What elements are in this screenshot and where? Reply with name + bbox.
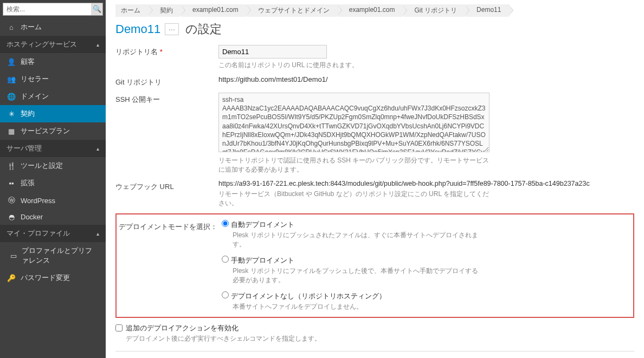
user-icon: 👤 (7, 58, 16, 66)
nav-profile-prefs[interactable]: ▭プロファイルとプリファレンス (0, 242, 106, 269)
globe-icon: 🌐 (7, 93, 16, 101)
nav-label: Docker (21, 213, 43, 221)
docker-icon: ◓ (7, 213, 16, 221)
title-menu-button[interactable]: ··· (165, 23, 179, 35)
main-content: ホーム契約example01.comウェブサイトとドメインexample01.c… (106, 0, 644, 358)
home-icon: ⌂ (7, 23, 16, 31)
tools-icon: 🍴 (7, 162, 16, 170)
list-icon: ▦ (7, 127, 16, 135)
breadcrumb-item[interactable]: example01.com (182, 4, 246, 17)
nav-home[interactable]: ⌂ホーム (0, 18, 106, 36)
nav-label: パスワード変更 (21, 273, 70, 283)
repo-name-input[interactable] (218, 45, 327, 58)
deploy-mode-box: デプロイメントモードを選択： 自動デプロイメント Plesk リポジトリにプッシ… (115, 213, 634, 318)
breadcrumb: ホーム契約example01.comウェブサイトとドメインexample01.c… (115, 4, 634, 17)
nav-label: ホーム (21, 22, 42, 32)
breadcrumb-item[interactable]: Git リポジトリ (403, 4, 465, 17)
deploy-none-radio[interactable]: デプロイメントなし（リポジトリホスティング） (222, 292, 386, 300)
nav-change-password[interactable]: 🔑パスワード変更 (0, 269, 106, 287)
nav-label: ドメイン (21, 92, 49, 101)
nav-customers[interactable]: 👤顧客 (0, 53, 106, 70)
nav-label: ツールと設定 (21, 161, 63, 171)
nav-contracts[interactable]: ✳契約 (0, 105, 106, 122)
ssh-label: SSH 公開キー (115, 93, 218, 105)
search-box: 🔍 (3, 3, 103, 16)
nav-wordpress[interactable]: ⓦWordPress (0, 192, 106, 209)
nav-domains[interactable]: 🌐ドメイン (0, 88, 106, 105)
deploy-manual-help: Plesk リポジトリにファイルをプッシュした後で、本番サイトへ手動でデプロイす… (233, 266, 482, 285)
webhook-label: ウェブフック URL (115, 180, 218, 192)
search-icon[interactable]: 🔍 (91, 3, 102, 15)
deploy-auto-help: Plesk リポジトリにプッシュされたファイルは、すぐに本番サイトへデプロイされ… (233, 231, 482, 249)
deploy-label: デプロイメントモードを選択： (119, 220, 222, 232)
nav-section-profile[interactable]: マイ・プロファイル▴ (0, 225, 106, 242)
separator (115, 351, 634, 352)
extra-actions-label: 追加のデプロイアクションを有効化 (126, 323, 321, 333)
nav-label: WordPress (21, 197, 55, 205)
grid-icon: ▪▪ (7, 179, 16, 187)
page-title: Demo11 ··· の設定 (115, 21, 634, 37)
breadcrumb-item[interactable]: 契約 (149, 4, 181, 17)
chevron-up-icon: ▴ (96, 231, 99, 237)
nav-tools-settings[interactable]: 🍴ツールと設定 (0, 157, 106, 174)
nav-extensions[interactable]: ▪▪拡張 (0, 174, 106, 192)
nav-label: 契約 (21, 109, 35, 119)
repo-name-help: この名前はリポジトリの URL に使用されます。 (218, 61, 490, 70)
gear-icon: ✳ (7, 110, 16, 118)
breadcrumb-item[interactable]: Demo11 (466, 4, 508, 17)
nav-label: リセラー (21, 74, 49, 84)
chevron-up-icon: ▴ (96, 146, 99, 152)
repo-name-label: リポジトリ名 * (115, 45, 218, 57)
nav-label: 顧客 (21, 57, 35, 67)
nav-label: 拡張 (21, 178, 35, 188)
git-repo-value: https://github.com/mtest01/Demo1/ (218, 75, 634, 83)
breadcrumb-item[interactable]: example01.com (338, 4, 403, 17)
nav-service-plans[interactable]: ▦サービスプラン (0, 122, 106, 140)
nav-docker[interactable]: ◓Docker (0, 209, 106, 225)
search-input[interactable] (3, 3, 91, 15)
webhook-url: https://a93-91-167-221.ec.plesk.tech:844… (218, 180, 634, 187)
title-name: Demo11 (115, 22, 160, 36)
deploy-auto-radio[interactable]: 自動デプロイメント (222, 220, 294, 229)
breadcrumb-item[interactable]: ホーム (115, 4, 148, 17)
nav-section-server[interactable]: サーバ管理▴ (0, 140, 106, 157)
git-repo-label: Git リポジトリ (115, 75, 218, 87)
ssh-key-textarea[interactable] (218, 93, 490, 152)
users-icon: 👥 (7, 75, 16, 83)
wordpress-icon: ⓦ (7, 196, 16, 205)
webhook-help: リモートサービス（Bitbucket や GitHub など）のリポジトリ設定に… (218, 190, 490, 208)
extra-actions-checkbox[interactable] (115, 324, 123, 331)
breadcrumb-item[interactable]: ウェブサイトとドメイン (247, 4, 337, 17)
ssh-help: リモートリポジトリで認証に使用される SSH キーのパブリック部分です。リモート… (218, 156, 490, 174)
deploy-manual-radio[interactable]: 手動デプロイメント (222, 256, 294, 264)
extra-actions-help: デプロイメント後に必ず実行すべきシェルコマンドを指定します。 (126, 334, 321, 343)
chevron-up-icon: ▴ (96, 42, 99, 48)
nav-section-hosting[interactable]: ホスティングサービス▴ (0, 36, 106, 53)
sidebar: 🔍 ⌂ホーム ホスティングサービス▴ 👤顧客 👥リセラー 🌐ドメイン ✳契約 ▦… (0, 0, 106, 358)
nav-label: プロファイルとプリファレンス (22, 246, 99, 265)
nav-label: サービスプラン (21, 126, 70, 136)
title-suffix: の設定 (185, 21, 222, 37)
nav-resellers[interactable]: 👥リセラー (0, 70, 106, 88)
key-icon: 🔑 (7, 274, 16, 282)
deploy-none-help: 本番サイトへファイルをデプロイしません。 (233, 302, 482, 311)
card-icon: ▭ (10, 252, 17, 260)
